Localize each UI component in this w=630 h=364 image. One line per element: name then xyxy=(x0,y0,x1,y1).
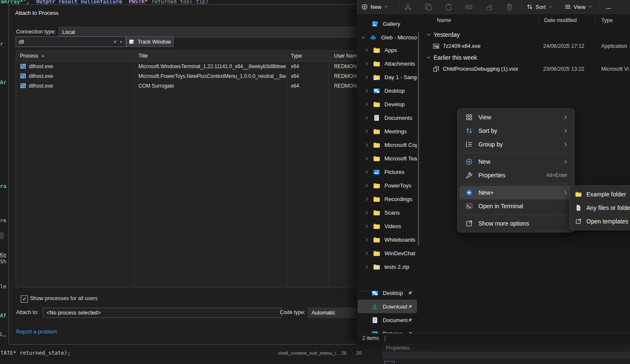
process-row[interactable]: dllhost.exe Microsoft.PowerToys.NewPlusC… xyxy=(16,71,357,81)
chevron-down-icon[interactable] xyxy=(426,32,431,37)
menu-item-newplus[interactable]: New+ xyxy=(459,186,572,199)
submenu-item-any-files[interactable]: Any files or folde xyxy=(572,201,630,215)
file-row[interactable]: 7z2409-x64.exe 24/06/2025 17:12 Applicat… xyxy=(425,41,630,52)
submenu-item-example-folder[interactable]: Example folder xyxy=(572,188,630,201)
chevron-right-icon[interactable] xyxy=(365,170,369,174)
more-options-button[interactable]: … xyxy=(606,0,611,14)
attach-to-field[interactable]: <No process selected> xyxy=(43,308,282,318)
chevron-right-icon xyxy=(563,190,568,195)
cut-icon[interactable] xyxy=(404,3,412,11)
sidebar-item-whiteboards[interactable]: Whiteboards xyxy=(358,233,417,246)
delete-icon[interactable] xyxy=(506,3,514,11)
sidebar-item-microsoft-cop[interactable]: Microsoft Cop xyxy=(358,138,417,152)
sidebar-item-windevchat[interactable]: WinDevChat c xyxy=(358,246,417,260)
column-header-title[interactable]: Title xyxy=(138,51,282,61)
sidebar-item-apps[interactable]: Apps xyxy=(358,43,417,57)
chevron-right-icon[interactable] xyxy=(365,210,369,215)
menu-item-view[interactable]: View xyxy=(459,110,572,124)
group-header-earlier-this-week[interactable]: Earlier this week xyxy=(426,52,477,63)
clear-filter-icon[interactable]: × xyxy=(111,39,119,45)
sidebar-item-powertoys[interactable]: PowerToys xyxy=(358,179,417,192)
menu-item-sort-by[interactable]: Sort by xyxy=(459,124,572,138)
sidebar-item-onedrive[interactable]: Gleb - Microsoft xyxy=(358,30,417,44)
sort-button[interactable]: Sort xyxy=(526,0,553,14)
chevron-right-icon[interactable] xyxy=(365,197,369,201)
show-all-users-checkbox[interactable]: ✓ xyxy=(21,295,28,303)
menu-item-open-in-terminal[interactable]: Open in Terminal xyxy=(459,199,572,213)
process-row[interactable]: dllhost.exe Microsoft.WindowsTerminal_1.… xyxy=(16,61,357,71)
share-icon[interactable] xyxy=(485,3,493,11)
menu-divider xyxy=(464,184,568,184)
track-window-button[interactable]: Track Window xyxy=(126,36,174,47)
chevron-right-icon[interactable] xyxy=(365,143,369,147)
process-row[interactable]: dllhost.exe COM Surrogate x64 REDMOND xyxy=(16,81,357,91)
chevron-right-icon[interactable] xyxy=(365,75,369,80)
column-separator[interactable] xyxy=(539,17,539,24)
column-header-user[interactable]: User Name xyxy=(334,51,357,61)
column-header-process[interactable]: Process ▲ xyxy=(20,51,130,61)
chevron-right-icon[interactable] xyxy=(365,88,369,93)
folder-icon xyxy=(373,155,380,162)
codelens-reference[interactable]: shell_context_sub_menu_i... 26 xyxy=(278,350,347,356)
column-header-type[interactable]: Type xyxy=(291,51,327,61)
sidebar-item-recordings[interactable]: Recordings xyxy=(358,192,417,206)
chevron-down-icon[interactable] xyxy=(361,35,366,40)
submenu-item-open-templates[interactable]: Open templates xyxy=(572,215,630,228)
copy-icon[interactable] xyxy=(424,3,432,11)
sidebar-item-scans[interactable]: Scans xyxy=(358,206,417,219)
chevron-right-icon[interactable] xyxy=(365,61,369,66)
sidebar-scrollbar[interactable] xyxy=(418,32,419,245)
menu-item-group-by[interactable]: Group by xyxy=(459,138,572,151)
sidebar-item-pictures-pinned[interactable]: Pictures xyxy=(358,327,417,334)
column-separator[interactable] xyxy=(595,17,596,24)
column-header-name[interactable]: Name xyxy=(437,17,451,23)
sidebar-item-meetings[interactable]: Meetings xyxy=(358,124,417,138)
file-row[interactable]: ChildProcessDebugging (1).vsix 23/06/202… xyxy=(425,63,630,74)
sidebar-item-documents[interactable]: Documents xyxy=(358,111,417,124)
pin-icon xyxy=(407,290,413,296)
view-button[interactable]: View xyxy=(564,0,592,14)
menu-item-show-more-options[interactable]: Show more options xyxy=(459,217,572,230)
process-filter-input[interactable]: dll × ▾ xyxy=(16,36,126,47)
chevron-down-icon xyxy=(588,5,592,9)
new-button[interactable]: New xyxy=(361,0,388,14)
sidebar-item-microsoft-tear[interactable]: Microsoft Tear xyxy=(358,152,417,165)
chevron-right-icon[interactable] xyxy=(365,265,369,269)
chevron-down-icon[interactable] xyxy=(426,55,431,60)
chevron-right-icon[interactable] xyxy=(365,129,369,134)
sidebar-item-attachments[interactable]: Attachments xyxy=(358,57,417,70)
column-header-date-modified[interactable]: Date modified xyxy=(544,17,577,23)
menu-item-properties[interactable]: Properties Alt+Enter xyxy=(459,168,572,182)
chevron-right-icon[interactable] xyxy=(365,48,369,52)
code-type-select[interactable]: Automatic xyxy=(308,308,357,318)
properties-panel-field[interactable] xyxy=(384,361,395,364)
sidebar-item-downloads-pinned[interactable]: Downloads xyxy=(358,300,417,313)
rename-icon[interactable] xyxy=(465,3,473,11)
sidebar-item-tests-zip[interactable]: tests 2.zip xyxy=(358,260,417,273)
pin-icon xyxy=(407,304,413,309)
paste-icon[interactable] xyxy=(445,3,453,11)
sidebar-item-documents-pinned[interactable]: Documents xyxy=(358,313,417,327)
report-problem-link[interactable]: Report a problem xyxy=(16,329,57,335)
sidebar-item-videos[interactable]: Videos xyxy=(358,219,417,233)
sidebar-item-pictures[interactable]: Pictures xyxy=(358,165,417,179)
group-header-yesterday[interactable]: Yesterday xyxy=(426,30,460,40)
sidebar-item-desktop-pinned[interactable]: Desktop xyxy=(358,286,417,300)
code-type-value: Automatic xyxy=(312,310,335,316)
connection-type-label: Connection type: xyxy=(16,29,56,35)
sidebar-item-day1[interactable]: Day 1 - Sangee xyxy=(358,70,417,84)
chevron-right-icon[interactable] xyxy=(365,251,369,256)
chevron-right-icon[interactable] xyxy=(365,183,369,188)
column-header-type[interactable]: Type xyxy=(601,17,613,23)
filter-dropdown-icon[interactable]: ▾ xyxy=(119,40,123,44)
chevron-right-icon[interactable] xyxy=(365,156,369,161)
sidebar-item-desktop[interactable]: Desktop xyxy=(358,84,417,97)
sidebar-item-develop[interactable]: Develop xyxy=(358,97,417,111)
chevron-right-icon[interactable] xyxy=(365,224,369,229)
sidebar-item-gallery[interactable]: Gallery xyxy=(358,17,417,30)
chevron-right-icon[interactable] xyxy=(365,237,369,242)
download-icon xyxy=(371,303,379,310)
chevron-right-icon[interactable] xyxy=(365,116,369,120)
chevron-right-icon[interactable] xyxy=(365,102,369,107)
menu-item-new[interactable]: New xyxy=(459,155,572,168)
